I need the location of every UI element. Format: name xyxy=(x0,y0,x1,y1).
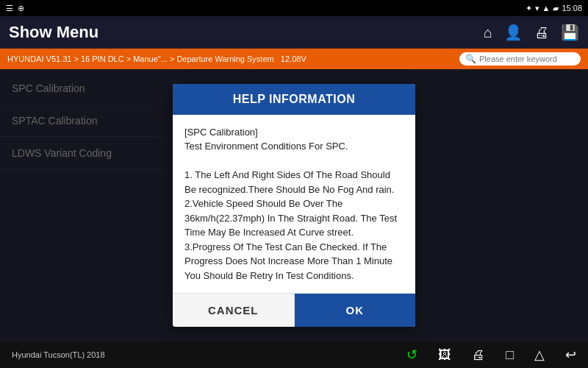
refresh-icon[interactable]: ↺ xyxy=(406,347,417,363)
bluetooth-icon: ✦ xyxy=(526,4,532,13)
dialog-footer: CANCEL OK xyxy=(173,293,415,327)
cancel-button[interactable]: CANCEL xyxy=(173,294,295,327)
print-nav-icon[interactable]: 🖨 xyxy=(472,347,485,363)
dialog-title: HELP INFORMATION xyxy=(233,93,356,105)
dialog-overlay: HELP INFORMATION [SPC Calibration] Test … xyxy=(0,69,588,342)
ok-button[interactable]: OK xyxy=(295,294,416,327)
bottom-bar: Hyundai Tucson(TL) 2018 ↺ 🖼 🖨 □ △ ↩ xyxy=(0,342,588,368)
person-icon[interactable]: 👤 xyxy=(504,24,523,41)
save-icon[interactable]: 💾 xyxy=(561,24,579,41)
square-icon[interactable]: □ xyxy=(506,347,514,363)
time-display: 15:08 xyxy=(562,4,582,13)
search-icon: 🔍 xyxy=(465,54,476,64)
dialog-body: [SPC Calibration] Test Environment Condi… xyxy=(173,115,415,294)
dialog-header: HELP INFORMATION xyxy=(173,84,415,115)
image-icon[interactable]: 🖼 xyxy=(438,347,451,363)
status-bar-left: ☰ ⊕ xyxy=(6,4,24,13)
breadcrumb-text: HYUNDAI V51.31 > 16 PIN DLC > Manue"... … xyxy=(7,54,306,63)
wifi-icon: ▾ xyxy=(535,4,539,13)
vehicle-info: Hyundai Tucson(TL) 2018 xyxy=(12,350,105,359)
dialog-text: [SPC Calibration] Test Environment Condi… xyxy=(184,125,404,283)
print-icon[interactable]: 🖨 xyxy=(534,24,549,41)
app-title: Show Menu xyxy=(9,23,98,42)
status-bar: ☰ ⊕ ✦ ▾ ▲ ▰ 15:08 xyxy=(0,0,588,16)
signal-icon: ▲ xyxy=(542,4,551,13)
search-input[interactable] xyxy=(479,54,575,63)
top-bar-icons: ⌂ 👤 🖨 💾 xyxy=(484,24,579,41)
status-bar-right: ✦ ▾ ▲ ▰ 15:08 xyxy=(526,4,582,13)
android-icon: ☰ xyxy=(6,4,13,13)
home-icon[interactable]: ⌂ xyxy=(484,24,492,41)
top-bar: Show Menu ⌂ 👤 🖨 💾 xyxy=(0,16,588,49)
home-nav-icon[interactable]: △ xyxy=(534,347,545,363)
help-dialog: HELP INFORMATION [SPC Calibration] Test … xyxy=(173,84,415,328)
breadcrumb-bar: HYUNDAI V51.31 > 16 PIN DLC > Manue"... … xyxy=(0,49,588,69)
bottom-nav-icons: ↺ 🖼 🖨 □ △ ↩ xyxy=(406,347,576,363)
main-content: SPC Calibration SPTAC Calibration LDWS V… xyxy=(0,69,588,342)
battery-icon: ▰ xyxy=(553,4,559,13)
search-box[interactable]: 🔍 xyxy=(459,52,581,66)
notification-icon: ⊕ xyxy=(18,4,24,13)
back-icon[interactable]: ↩ xyxy=(565,347,576,363)
